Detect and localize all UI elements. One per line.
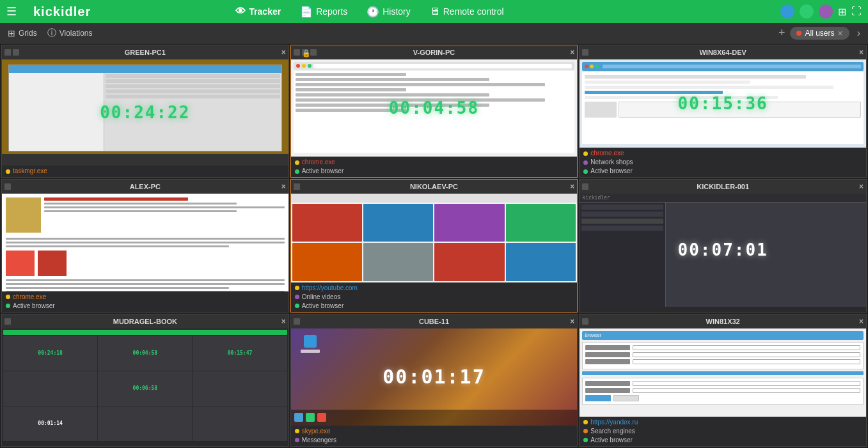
timer-cube-11: 00:01:17 [383,366,485,388]
thumb-1 [292,204,362,242]
all-users-tag: All users × [790,27,849,40]
cell-screen-green-pc1[interactable]: 00:24:22 [2,59,288,166]
cell-icons-nikolaev [294,183,300,190]
cell-icon-kick [582,183,588,190]
mini-timer-1: 00:04:58 [133,350,158,356]
add-view-button[interactable]: ⊞ [838,6,846,18]
close-cell-win81-button[interactable]: × [859,317,864,326]
niko-browser-bar [291,194,578,203]
timer-v-gorin-pc: 00:04:58 [389,98,479,118]
cell-icon-cube [294,318,300,325]
close-cell-button[interactable]: × [281,48,286,57]
info-row-1: Messengers [295,436,574,445]
cell-header-win81x32: WIN81X32 × [580,314,866,328]
status-dot-0 [6,295,10,299]
cell-nikolaev-pc: NIKOLAEV-PC × https:/ [290,179,578,312]
close-cell-alex-button[interactable]: × [281,182,286,191]
nav-reports[interactable]: 📄 Reports [300,6,347,18]
info-row-2: Active browser [295,302,574,311]
info-row-0: skype.exe [295,427,574,436]
status-dot-0 [295,429,299,433]
close-cell-mudragel-button[interactable]: × [281,317,286,326]
info-row-1: Active browser [295,167,574,176]
info-row-0: chrome.exe [6,293,285,302]
cell-icons-green-pc1 [4,49,19,56]
info-row-1: Active browser [6,302,285,311]
menu-icon[interactable]: ☰ [6,4,17,19]
cell-v-gorin-pc: 🔒 V-GORIN-PC × [290,45,578,178]
info-row-0: https://youtube.com [295,284,574,293]
grids-button[interactable]: ⊞ Grids [8,28,37,38]
grids-icon: ⊞ [8,28,15,38]
cell-header-nikolaev: NIKOLAEV-PC × [291,180,578,194]
violations-button[interactable]: ⓘ Violations [47,27,93,39]
tracker-icon: 👁 [235,6,246,17]
cell-icon-mud [4,318,11,325]
close-cell-nikolaev-button[interactable]: × [570,182,574,191]
cell-green-pc1: GREEN-PC1 × [1,45,289,178]
article-image [6,197,41,233]
cell-screen-alex-pc[interactable] [2,194,288,291]
arrow-button[interactable]: › [857,27,860,39]
cell-header-green-pc1: GREEN-PC1 × [2,45,288,59]
thumb-7 [434,243,504,281]
status-dot-1 [295,169,299,174]
cell-footer-win8x64: chrome.exe Network shops Active browser [580,148,866,177]
status-dot-2 [583,438,588,442]
status-dot-0 [583,420,588,424]
monitor-grid: GREEN-PC1 × [0,43,868,448]
cell-icon-alex [4,183,11,190]
cell-screen-nikolaev-pc[interactable] [291,194,578,282]
niko-thumbnail-grid [291,203,578,282]
close-cell-cube-button[interactable]: × [570,317,574,326]
cell-icons-mudragel [4,318,11,325]
cell-screen-kickidler-001[interactable]: kickidler 00:07:01 [580,194,866,306]
cell-screen-win8x64[interactable]: 00:15:36 [580,59,866,148]
status-dot-1 [295,295,299,299]
close-cell-vgorin-button[interactable]: × [570,48,574,57]
info-row-2: Active browser [583,167,862,176]
status-dot-0 [295,286,299,290]
nav-remote[interactable]: 🖥 Remote control [430,6,504,17]
info-row: taskmgr.exe [6,167,285,176]
cell-icon-nik [294,183,300,190]
cell-header-win8x64: WIN8X64-DEV × [580,45,866,59]
cell-icon-win81 [582,318,588,325]
nav-right-actions: ⊞ ⛶ [780,4,862,19]
cell-screen-v-gorin-pc[interactable]: 00:04:58 [291,59,578,157]
cell-screen-win81x32[interactable]: Browser [580,328,866,417]
status-dot [796,31,801,36]
cell-mudragel-book: MUDRAGEL-BOOK × 00:24:18 00:04:58 00:15:… [1,314,289,447]
status-dot-1 [583,429,588,433]
win81-screen: Browser [580,328,866,417]
info-row-0: https://yandex.ru [583,418,862,427]
info-row-1: Network shops [583,158,862,167]
cell-icon-sm2 [13,49,19,56]
cell-footer-mudragel [2,444,288,446]
nav-tracker[interactable]: 👁 Tracker [235,6,281,17]
cell-footer-green-pc1: taskmgr.exe [2,166,288,177]
reports-icon: 📄 [300,6,313,18]
close-cell-win8-button[interactable]: × [859,48,864,57]
close-cell-kick-button[interactable]: × [859,182,864,191]
close-tag-button[interactable]: × [837,28,842,38]
status-dot-yellow [6,169,10,174]
info-row-1: Search engines [583,427,862,436]
cell-icons-win81 [582,318,588,325]
cell-icons-alex [4,183,11,190]
timer-green-pc1: 00:24:22 [100,103,190,122]
add-filter-button[interactable]: + [778,26,785,40]
cell-screen-mudragel[interactable]: 00:24:18 00:04:58 00:15:47 00:06:58 00:0… [2,328,288,444]
nav-history[interactable]: 🕐 History [367,6,411,18]
user-avatar-2 [800,4,814,19]
expand-button[interactable]: ⛶ [851,6,862,17]
status-dot-0 [295,160,299,165]
cell-icon-lock: 🔒 [302,49,308,56]
cell-win81x32: WIN81X32 × Browser [579,314,867,447]
cell-screen-cube-11[interactable]: 00:01:17 [291,328,578,426]
thumb-5 [292,243,362,281]
nav-links: 👁 Tracker 📄 Reports 🕐 History 🖥 Remote c… [235,6,503,18]
cell-icon-monitor-v [294,49,300,56]
cell-footer-v-gorin-pc: chrome.exe Active browser [291,157,578,177]
cell-header-v-gorin-pc: 🔒 V-GORIN-PC × [291,45,578,59]
